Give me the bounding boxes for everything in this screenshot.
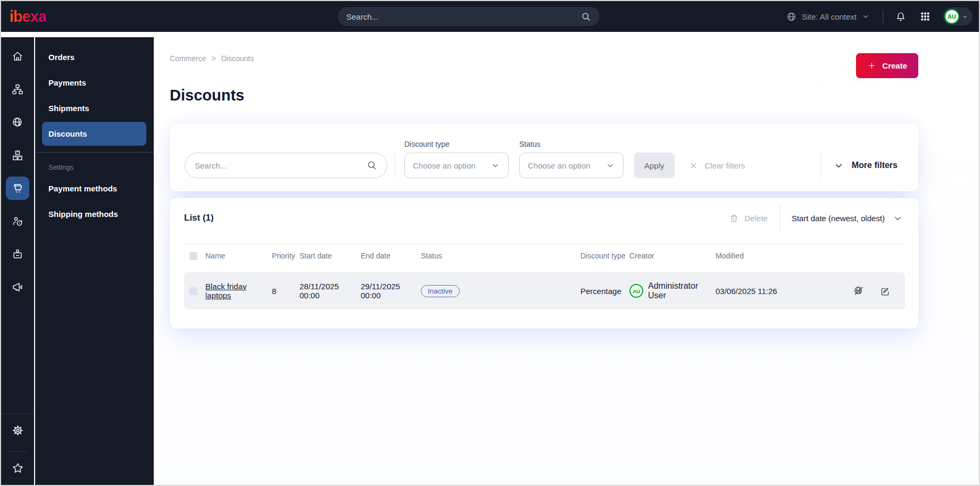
filters-card: Discount type Choose an option Status Ch… <box>170 123 919 191</box>
modified-cell: 03/06/2025 11:26 <box>716 287 853 296</box>
nav-favorites[interactable] <box>6 456 29 480</box>
subnav-item-discounts[interactable]: Discounts <box>42 122 146 146</box>
home-icon <box>11 50 24 63</box>
chevron-down-icon <box>893 213 903 223</box>
column-header-creator: Creator <box>629 252 716 260</box>
main-content: Commerce > Discounts Create Discounts Di… <box>154 32 979 485</box>
more-filters-label: More filters <box>852 161 898 170</box>
notifications-bell-icon[interactable] <box>894 11 908 22</box>
apply-button[interactable]: Apply <box>634 153 675 178</box>
subnav-divider <box>35 152 154 153</box>
nav-marketing[interactable] <box>6 275 29 299</box>
list-card: List (1) Delete Start date (newest, olde… <box>170 198 919 329</box>
priority-cell: 8 <box>272 287 300 296</box>
nav-customers[interactable] <box>6 210 29 233</box>
status-badge: Inactive <box>421 285 460 297</box>
row-checkbox[interactable] <box>189 287 197 295</box>
topbar: ibexa Site: All context <box>1 1 979 32</box>
subnav-item-shipments[interactable]: Shipments <box>42 96 146 120</box>
status-select[interactable]: Choose an option <box>519 153 624 178</box>
discount-name-link[interactable]: Black friday laptops <box>205 282 247 300</box>
global-search-input[interactable] <box>346 12 581 21</box>
app-window: ibexa Site: All context <box>0 0 980 486</box>
site-context-globe-icon <box>786 11 797 22</box>
commerce-cart-icon <box>11 182 24 195</box>
status-cell: Inactive <box>421 285 580 297</box>
filter-search-input[interactable] <box>195 161 367 170</box>
discount-type-filter: Discount type Choose an option <box>404 140 509 178</box>
nav-commerce[interactable] <box>6 177 29 200</box>
site-context-selector[interactable]: Site: All context <box>786 11 870 22</box>
filter-search[interactable] <box>185 153 387 178</box>
site-preview-disabled-icon[interactable] <box>853 285 865 297</box>
breadcrumb-discounts[interactable]: Discounts <box>221 54 254 63</box>
nav-home[interactable] <box>6 45 29 68</box>
rail-bottom <box>1 414 34 485</box>
create-button[interactable]: Create <box>856 53 918 78</box>
avatar: AU <box>629 284 643 298</box>
search-icon[interactable] <box>581 12 591 22</box>
column-header-status: Status <box>421 252 580 260</box>
nav-settings[interactable] <box>6 418 29 442</box>
avatar: AU <box>944 9 959 24</box>
clear-filters-button[interactable]: Clear filters <box>689 153 745 178</box>
subnav-item-payment-methods[interactable]: Payment methods <box>42 177 146 200</box>
column-header-discount-type: Discount type <box>580 252 629 260</box>
topbar-divider <box>883 10 883 23</box>
plus-icon <box>867 61 876 70</box>
discount-name-cell: Black friday laptops <box>205 282 272 300</box>
chevron-down-icon <box>961 13 968 20</box>
chevron-down-icon <box>605 161 615 170</box>
filter-divider <box>395 153 395 178</box>
column-header-priority: Priority <box>272 252 300 260</box>
rail-divider <box>7 451 28 452</box>
list-header: List (1) Delete Start date (newest, olde… <box>184 201 905 235</box>
column-header-modified: Modified <box>716 252 853 260</box>
delete-button-label: Delete <box>745 214 768 223</box>
nav-product-catalog[interactable] <box>6 144 29 167</box>
sort-selector-label: Start date (newest, oldest) <box>792 214 885 223</box>
subnav-item-payments[interactable]: Payments <box>42 71 146 95</box>
subnav-item-shipping-methods[interactable]: Shipping methods <box>42 202 146 226</box>
subnav-item-orders[interactable]: Orders <box>42 45 146 69</box>
breadcrumb-separator: > <box>211 54 215 63</box>
page-title: Discounts <box>170 87 979 104</box>
ibexa-logo[interactable]: ibexa <box>10 8 46 26</box>
chevron-down-icon <box>861 12 870 21</box>
app-grid-icon[interactable] <box>918 11 932 22</box>
nav-user-badge[interactable] <box>6 242 29 266</box>
table-header: Name Priority Start date End date Status… <box>184 244 905 267</box>
breadcrumb-commerce[interactable]: Commerce <box>170 54 206 63</box>
close-icon <box>689 161 698 170</box>
main-nav-rail <box>1 37 34 485</box>
start-date-cell: 28/11/2025 00:00 <box>300 282 361 300</box>
edit-icon[interactable] <box>879 286 891 297</box>
creator-name: Administrator User <box>648 281 716 300</box>
list-actions-divider <box>779 204 780 232</box>
status-value: Choose an option <box>528 161 591 170</box>
nav-content-tree[interactable] <box>6 78 29 101</box>
discount-type-value: Choose an option <box>413 161 476 170</box>
nav-site[interactable] <box>6 111 29 134</box>
table-row: Black friday laptops 8 28/11/2025 00:00 … <box>184 272 905 309</box>
body: Orders Payments Shipments Discounts Sett… <box>1 32 979 485</box>
content-tree-icon <box>11 83 24 96</box>
chevron-down-icon <box>834 161 844 171</box>
column-header-start-date: Start date <box>300 252 361 260</box>
discount-type-label: Discount type <box>404 140 509 148</box>
global-search[interactable] <box>338 7 600 26</box>
user-menu[interactable]: AU <box>943 7 973 26</box>
delete-button[interactable]: Delete <box>729 213 768 223</box>
creator-cell: AU Administrator User <box>629 281 716 300</box>
subnav-section-settings: Settings <box>48 163 154 171</box>
discount-type-select[interactable]: Choose an option <box>404 153 509 178</box>
more-filters-button[interactable]: More filters <box>820 153 898 178</box>
marketing-megaphone-icon <box>11 281 24 294</box>
commerce-subnav: Orders Payments Shipments Discounts Sett… <box>35 37 154 485</box>
trash-icon <box>729 213 739 223</box>
select-all-checkbox[interactable] <box>189 252 197 260</box>
sort-selector[interactable]: Start date (newest, oldest) <box>792 213 905 223</box>
column-header-name: Name <box>205 252 272 260</box>
clear-filters-label: Clear filters <box>705 161 745 170</box>
search-icon[interactable] <box>367 160 377 171</box>
